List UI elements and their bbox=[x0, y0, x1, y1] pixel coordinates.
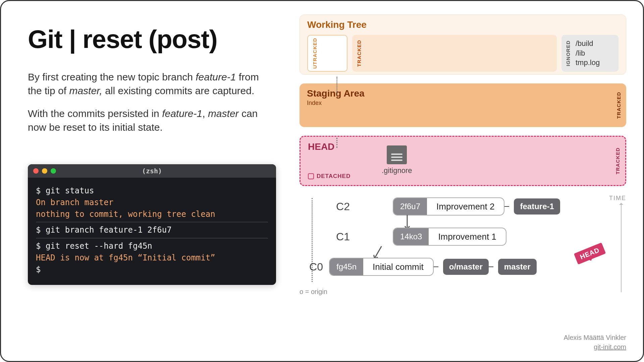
commit-c0: fg45n Initial commit bbox=[329, 258, 434, 276]
working-tree-title: Working Tree bbox=[307, 19, 619, 30]
file-icon bbox=[387, 145, 407, 164]
branch-tag-feature1: feature-1 bbox=[514, 198, 560, 215]
working-tree-zone: Working Tree UTRACKED TRACKED IGNORED /b… bbox=[300, 14, 626, 75]
connector-line bbox=[434, 266, 438, 267]
head-zone: HEAD DETACHED .gitignore TRACKED bbox=[300, 136, 626, 186]
branch-tag-origin-master: o/master bbox=[443, 259, 489, 275]
commit-message: Improvement 2 bbox=[427, 201, 504, 212]
origin-note: o = origin bbox=[300, 288, 626, 296]
connector-line bbox=[336, 138, 337, 148]
commit-label-c2: C2 bbox=[326, 200, 350, 213]
head-tracked-label: TRACKED bbox=[615, 147, 621, 174]
staging-subtitle: Index bbox=[307, 100, 619, 107]
description-1: By first creating the new topic branch f… bbox=[28, 70, 263, 98]
ignored-file: /lib bbox=[576, 49, 616, 58]
commit-sha: 14ko3 bbox=[393, 228, 429, 245]
ignored-file: tmp.log bbox=[576, 58, 616, 68]
commit-graph: TIME C2 2f6u7 Improvement 2 feature-1 C1… bbox=[300, 195, 626, 296]
commit-label-c0: C0 bbox=[300, 261, 323, 273]
staging-title: Staging Area bbox=[307, 88, 619, 99]
ignored-label: IGNORED bbox=[565, 40, 572, 66]
branch-tag-master: master bbox=[498, 259, 537, 275]
staging-tracked-label: TRACKED bbox=[616, 92, 622, 119]
gitignore-label: .gitignore bbox=[382, 166, 412, 175]
tracked-box: TRACKED bbox=[352, 35, 557, 72]
commit-sha: fg45n bbox=[330, 258, 363, 275]
gitignore-file: .gitignore bbox=[382, 145, 412, 175]
commit-sha: 2f6u7 bbox=[393, 198, 427, 215]
ignored-file: /build bbox=[576, 39, 616, 49]
commit-c1: 14ko3 Improvement 1 bbox=[393, 228, 506, 246]
head-title: HEAD bbox=[308, 141, 334, 152]
credit: Alexis Määttä Vinkler git-init.com bbox=[564, 333, 626, 352]
connector-line bbox=[489, 266, 493, 267]
commit-message: Initial commit bbox=[363, 262, 433, 272]
description-2: With the commits persisted in feature-1,… bbox=[28, 107, 263, 134]
detached-indicator: DETACHED bbox=[308, 173, 351, 180]
terminal-body: $ git status On branch master nothing to… bbox=[28, 178, 276, 285]
terminal-titlebar: (zsh) bbox=[28, 164, 276, 178]
utracked-box: UTRACKED bbox=[307, 35, 347, 72]
checkbox-icon bbox=[308, 173, 314, 179]
commit-label-c1: C1 bbox=[326, 231, 350, 243]
connector-line bbox=[504, 206, 509, 207]
staging-area-zone: Staging Area Index TRACKED bbox=[300, 83, 626, 127]
commit-message: Improvement 1 bbox=[429, 232, 505, 242]
tracked-label: TRACKED bbox=[356, 40, 362, 67]
commit-c2: 2f6u7 Improvement 2 bbox=[393, 197, 504, 216]
time-arrow-icon bbox=[621, 203, 622, 292]
terminal-label: (zsh) bbox=[28, 167, 276, 175]
connector-line bbox=[336, 77, 337, 96]
utracked-label: UTRACKED bbox=[312, 38, 318, 69]
ignored-box: IGNORED /build /lib tmp.log bbox=[561, 35, 619, 72]
terminal-window: (zsh) $ git status On branch master noth… bbox=[28, 164, 276, 285]
page-title: Git | reset (post) bbox=[28, 24, 283, 54]
